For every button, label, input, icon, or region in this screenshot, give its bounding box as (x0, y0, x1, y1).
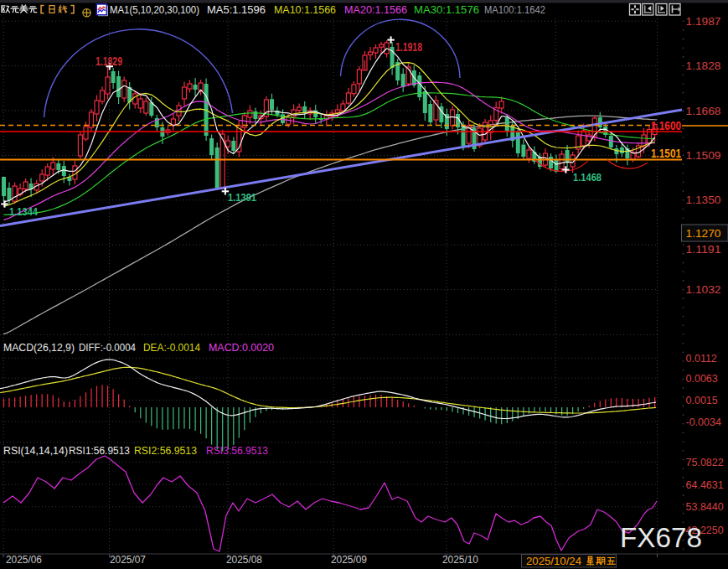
svg-text:RSI3:56.9513: RSI3:56.9513 (206, 444, 268, 457)
svg-text:0.0063: 0.0063 (686, 373, 718, 385)
svg-text:1.1270: 1.1270 (686, 227, 721, 240)
svg-text:MACD(26,12,9): MACD(26,12,9) (3, 341, 75, 354)
svg-text:1.1191: 1.1191 (686, 243, 721, 256)
svg-text:1.1501: 1.1501 (651, 147, 681, 160)
svg-text:2025/10: 2025/10 (442, 554, 478, 566)
svg-text:2025/06: 2025/06 (6, 554, 42, 566)
svg-text:75.0822: 75.0822 (686, 457, 724, 468)
svg-text:DIFF:-0.0004: DIFF:-0.0004 (79, 341, 136, 354)
svg-text:2025/07: 2025/07 (110, 554, 146, 566)
svg-text:1.1032: 1.1032 (686, 283, 721, 296)
svg-text:2025/10/24: 2025/10/24 (526, 556, 581, 567)
svg-text:1.1668: 1.1668 (686, 105, 721, 117)
svg-text:1.1600: 1.1600 (651, 119, 681, 132)
svg-text:MA10:1.1566: MA10:1.1566 (274, 3, 336, 16)
svg-text:0.0015: 0.0015 (686, 395, 718, 406)
svg-text:1.1918: 1.1918 (395, 40, 422, 54)
svg-text:RSI1:56.9513: RSI1:56.9513 (69, 444, 130, 457)
svg-text:1.1350: 1.1350 (686, 194, 721, 206)
svg-text:MA100:1.1642: MA100:1.1642 (484, 3, 545, 16)
svg-text:53.8440: 53.8440 (686, 501, 724, 513)
svg-text:-0.0034: -0.0034 (686, 416, 721, 428)
svg-text:MACD:0.0020: MACD:0.0020 (209, 341, 274, 354)
svg-text:1.1828: 1.1828 (686, 59, 721, 72)
svg-text:1.1829: 1.1829 (96, 54, 122, 68)
svg-text:MA30:1.1576: MA30:1.1576 (414, 3, 479, 16)
svg-text:1.1391: 1.1391 (228, 191, 256, 204)
svg-text:MA20:1.1566: MA20:1.1566 (344, 3, 407, 16)
svg-text:1.1468: 1.1468 (573, 171, 602, 184)
svg-text:2025/08: 2025/08 (226, 554, 262, 566)
svg-text:RSI2:56.9513: RSI2:56.9513 (134, 444, 197, 457)
svg-text:1.1509: 1.1509 (686, 149, 721, 162)
svg-text:RSI(14,14,14): RSI(14,14,14) (3, 444, 68, 457)
svg-text:DEA:-0.0014: DEA:-0.0014 (143, 341, 200, 354)
svg-text:0.0112: 0.0112 (686, 353, 717, 365)
svg-text:FX678: FX678 (620, 522, 702, 553)
svg-text:2025/09: 2025/09 (331, 554, 367, 566)
svg-text:1.1987: 1.1987 (686, 15, 721, 28)
svg-text:MA1(5,10,20,30,100): MA1(5,10,20,30,100) (110, 3, 199, 16)
svg-text:MA5:1.1596: MA5:1.1596 (207, 3, 266, 16)
svg-text:1.1344: 1.1344 (9, 205, 38, 218)
svg-text:64.4631: 64.4631 (686, 479, 724, 491)
